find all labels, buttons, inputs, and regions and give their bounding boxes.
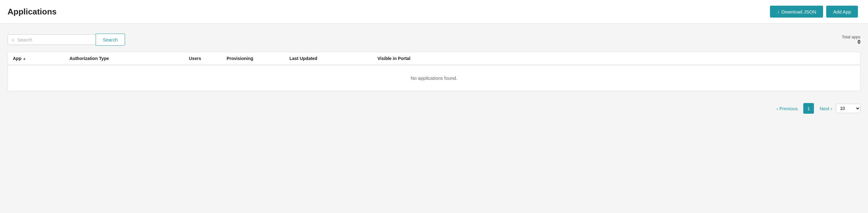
empty-row: No applications found. <box>8 65 860 91</box>
page-wrapper: Applications ↓ Download JSON Add App ⌕ S… <box>0 0 868 213</box>
col-header-app: App ▲ <box>13 56 69 61</box>
header: Applications ↓ Download JSON Add App <box>0 0 868 24</box>
header-actions: ↓ Download JSON Add App <box>770 6 858 18</box>
add-app-button[interactable]: Add App <box>826 6 858 18</box>
search-row: ⌕ Search Total apps 0 <box>7 34 861 45</box>
table-container: App ▲ Authorization Type Users Provision… <box>7 52 861 91</box>
col-provisioning-label: Provisioning <box>226 56 253 61</box>
total-apps: Total apps 0 <box>842 35 861 45</box>
col-visible-in-portal-label: Visible in Portal <box>377 56 410 61</box>
content: ⌕ Search Total apps 0 App ▲ Authorizatio… <box>0 24 868 97</box>
next-button[interactable]: Next › <box>816 104 836 113</box>
download-icon: ↓ <box>777 9 779 14</box>
pagination-right: 10 25 50 100 <box>836 104 861 113</box>
table-header: App ▲ Authorization Type Users Provision… <box>8 52 860 65</box>
total-apps-count: 0 <box>842 39 861 45</box>
page-title: Applications <box>7 7 57 17</box>
pagination-center: ‹ Previous 1 Next › <box>773 103 836 114</box>
col-users-label: Users <box>189 56 201 61</box>
col-header-auth-type: Authorization Type <box>69 56 189 61</box>
search-left: ⌕ Search <box>7 34 125 45</box>
search-input-wrapper: ⌕ <box>7 34 96 45</box>
col-app-label: App <box>13 56 21 61</box>
col-auth-type-label: Authorization Type <box>69 56 109 61</box>
search-button[interactable]: Search <box>96 34 125 45</box>
col-header-provisioning: Provisioning <box>226 56 289 61</box>
col-header-users: Users <box>189 56 226 61</box>
prev-chevron-icon: ‹ <box>777 106 778 111</box>
per-page-select[interactable]: 10 25 50 100 <box>836 104 861 113</box>
col-last-updated-label: Last Updated <box>289 56 317 61</box>
search-icon: ⌕ <box>12 37 15 42</box>
previous-label: Previous <box>779 106 798 111</box>
empty-message: No applications found. <box>411 75 457 81</box>
page-1-button[interactable]: 1 <box>803 103 814 114</box>
total-apps-label: Total apps <box>842 35 861 39</box>
next-label: Next <box>819 106 829 111</box>
download-json-button[interactable]: ↓ Download JSON <box>770 6 823 18</box>
search-input[interactable] <box>17 37 92 42</box>
pagination-row: ‹ Previous 1 Next › 10 25 50 100 <box>0 97 868 117</box>
next-chevron-icon: › <box>831 106 832 111</box>
sort-icon-app: ▲ <box>23 57 26 60</box>
col-header-last-updated: Last Updated <box>289 56 377 61</box>
download-json-label: Download JSON <box>781 9 816 14</box>
previous-button[interactable]: ‹ Previous <box>773 104 801 113</box>
col-header-visible-in-portal: Visible in Portal <box>377 56 855 61</box>
